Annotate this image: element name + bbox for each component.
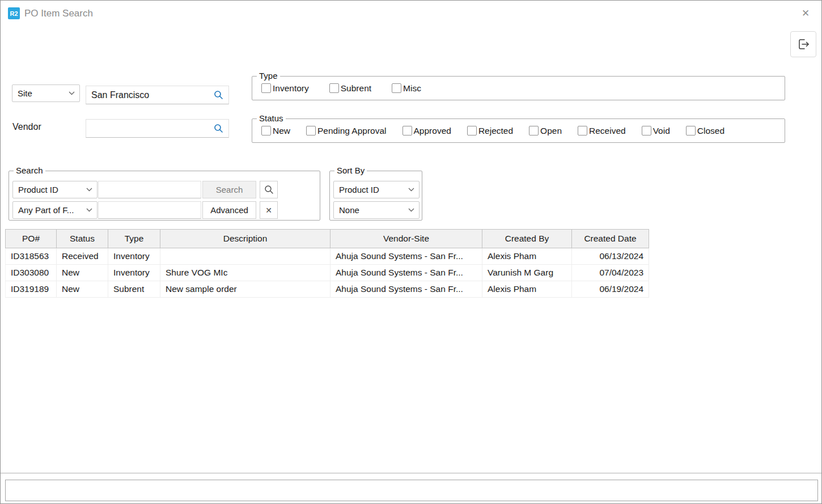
checkbox-box[interactable] <box>392 83 401 93</box>
search-icon[interactable] <box>214 124 223 133</box>
search-icon[interactable] <box>214 90 223 100</box>
cell-po: ID318563 <box>6 248 57 265</box>
site-search-value: San Francisco <box>91 90 149 100</box>
checkbox-closed[interactable]: Closed <box>686 126 724 136</box>
cell-type: Inventory <box>108 248 160 265</box>
cell-status: New <box>57 265 108 281</box>
bottom-divider <box>1 473 822 473</box>
checkbox-box[interactable] <box>261 126 271 135</box>
column-header-po[interactable]: PO# <box>6 230 57 248</box>
close-icon[interactable]: ✕ <box>799 6 812 20</box>
column-header-created-by[interactable]: Created By <box>482 230 572 248</box>
site-dropdown[interactable]: Site <box>12 84 80 102</box>
column-header-vendor-site[interactable]: Vendor-Site <box>331 230 482 248</box>
sort-by-group: Sort By Product ID None <box>329 171 422 221</box>
table-header-row: PO# Status Type Description Vendor-Site … <box>6 230 649 248</box>
checkbox-misc[interactable]: Misc <box>392 83 421 94</box>
search-group: Search Product ID Search Any Part of F..… <box>9 171 320 221</box>
vendor-search-field[interactable] <box>86 119 229 138</box>
checkbox-label: Misc <box>403 83 421 94</box>
checkbox-label: Open <box>540 126 562 136</box>
logout-icon <box>796 37 810 51</box>
table-row[interactable]: ID318563 Received Inventory Ahuja Sound … <box>6 248 649 265</box>
checkbox-rejected[interactable]: Rejected <box>467 126 513 136</box>
checkbox-label: New <box>273 126 290 136</box>
checkbox-box[interactable] <box>306 126 316 135</box>
site-dropdown-value: Site <box>18 88 32 98</box>
checkbox-label: Pending Approval <box>317 126 387 136</box>
cell-vendor-site: Ahuja Sound Systems - San Fr... <box>331 248 482 265</box>
checkbox-label: Void <box>653 126 670 136</box>
app-logo-icon: R2 <box>8 7 20 19</box>
chevron-down-icon <box>408 208 414 212</box>
sort-primary-value: Product ID <box>339 185 379 194</box>
checkbox-label: Closed <box>697 126 724 136</box>
clear-search-button[interactable]: ✕ <box>260 201 278 219</box>
search-icon-button[interactable] <box>260 181 278 198</box>
sort-secondary-value: None <box>339 205 359 215</box>
cell-description <box>160 248 331 265</box>
sort-primary-dropdown[interactable]: Product ID <box>333 181 420 198</box>
cell-type: Subrent <box>108 281 160 298</box>
status-checkbox-row: New Pending Approval Approved Rejected O… <box>261 119 724 142</box>
type-checkbox-row: Inventory Subrent Misc <box>261 77 421 100</box>
checkbox-inventory[interactable]: Inventory <box>261 83 309 94</box>
column-header-type[interactable]: Type <box>108 230 160 248</box>
status-group: Status New Pending Approval Approved Rej… <box>252 118 785 143</box>
cell-created-date: 06/13/2024 <box>572 248 649 265</box>
type-group: Type Inventory Subrent Misc <box>252 76 785 100</box>
column-header-description[interactable]: Description <box>160 230 331 248</box>
search-match-dropdown-value: Any Part of F... <box>18 205 74 215</box>
checkbox-box[interactable] <box>261 83 271 93</box>
chevron-down-icon <box>408 188 414 192</box>
checkbox-box[interactable] <box>578 126 587 135</box>
checkbox-label: Received <box>589 126 626 136</box>
search-term-input[interactable] <box>98 181 201 198</box>
checkbox-label: Subrent <box>341 83 371 94</box>
cell-created-date: 06/19/2024 <box>572 281 649 298</box>
checkbox-label: Rejected <box>478 126 513 136</box>
checkbox-received[interactable]: Received <box>578 126 626 136</box>
checkbox-void[interactable]: Void <box>642 126 670 136</box>
sort-secondary-dropdown[interactable]: None <box>333 201 420 219</box>
results-table: PO# Status Type Description Vendor-Site … <box>5 229 649 298</box>
cell-created-date: 07/04/2023 <box>572 265 649 281</box>
advanced-button[interactable]: Advanced <box>202 201 256 219</box>
checkbox-approved[interactable]: Approved <box>402 126 451 136</box>
search-group-legend: Search <box>14 166 45 175</box>
cell-created-by: Varunish M Garg <box>482 265 572 281</box>
checkbox-box[interactable] <box>642 126 651 135</box>
checkbox-open[interactable]: Open <box>529 126 562 136</box>
checkbox-box[interactable] <box>402 126 412 135</box>
checkbox-subrent[interactable]: Subrent <box>329 83 371 94</box>
search-button[interactable]: Search <box>202 181 256 198</box>
checkbox-pending-approval[interactable]: Pending Approval <box>306 126 387 136</box>
table-row[interactable]: ID319189 New Subrent New sample order Ah… <box>6 281 649 298</box>
chevron-down-icon <box>86 188 92 192</box>
cell-vendor-site: Ahuja Sound Systems - San Fr... <box>331 281 482 298</box>
search-field-dropdown-value: Product ID <box>18 185 58 194</box>
checkbox-label: Inventory <box>273 83 309 94</box>
exit-button[interactable] <box>790 31 816 57</box>
search-match-dropdown[interactable]: Any Part of F... <box>12 201 98 219</box>
chevron-down-icon <box>86 208 92 212</box>
chevron-down-icon <box>69 91 75 95</box>
checkbox-box[interactable] <box>686 126 696 135</box>
window-title: PO Item Search <box>24 8 93 19</box>
cell-status: New <box>57 281 108 298</box>
column-header-created-date[interactable]: Created Date <box>572 230 649 248</box>
checkbox-new[interactable]: New <box>261 126 290 136</box>
search-match-input[interactable] <box>98 201 201 219</box>
checkbox-box[interactable] <box>467 126 477 135</box>
cell-created-by: Alexis Pham <box>482 281 572 298</box>
checkbox-box[interactable] <box>529 126 539 135</box>
search-field-dropdown[interactable]: Product ID <box>12 181 98 198</box>
search-icon <box>264 185 274 194</box>
site-search-field[interactable]: San Francisco <box>86 86 229 104</box>
table-row[interactable]: ID303080 New Inventory Shure VOG MIc Ahu… <box>6 265 649 281</box>
cell-description: Shure VOG MIc <box>160 265 331 281</box>
checkbox-box[interactable] <box>329 83 339 93</box>
cell-description: New sample order <box>160 281 331 298</box>
column-header-status[interactable]: Status <box>57 230 108 248</box>
cell-created-by: Alexis Pham <box>482 248 572 265</box>
